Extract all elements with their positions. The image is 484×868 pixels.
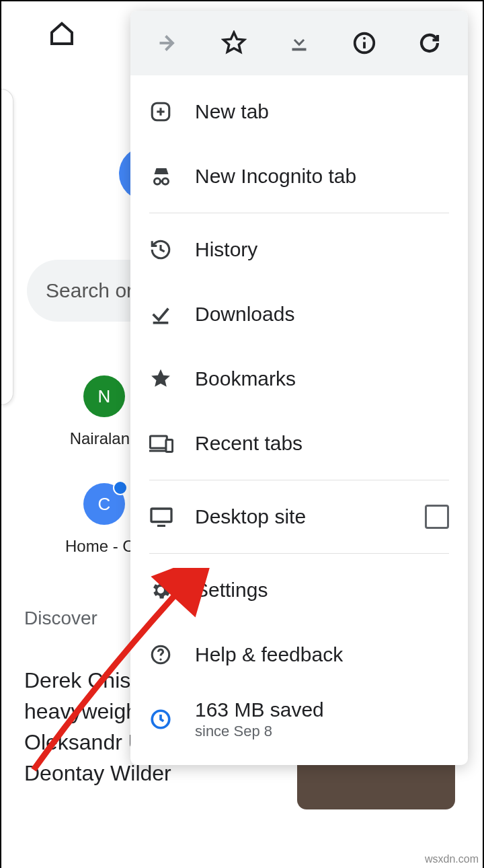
incognito-icon [149,164,195,188]
help-icon [149,643,195,666]
menu-item-data-saved[interactable]: 163 MB saved since Sep 8 [130,687,468,752]
svg-rect-13 [166,439,173,451]
menu-item-label: Recent tabs [195,432,449,455]
menu-item-desktop-site[interactable]: Desktop site [130,484,468,549]
menu-icon-row [130,11,468,75]
home-button[interactable] [1,20,122,47]
desktop-icon [149,507,195,527]
download-icon [287,31,311,55]
downloads-done-icon [149,303,195,326]
menu-item-label: History [195,238,449,261]
svg-point-17 [159,658,161,660]
menu-divider [149,480,449,480]
history-icon [149,238,195,261]
data-saved-text: 163 MB saved since Sep 8 [195,698,449,740]
menu-item-new-tab[interactable]: New tab [130,79,468,144]
plus-square-icon [149,100,195,123]
home-icon [48,20,75,47]
forward-button[interactable] [154,31,184,55]
svg-rect-0 [292,48,306,51]
desktop-site-checkbox[interactable] [425,505,449,529]
menu-item-label: Settings [195,579,449,602]
data-saved-secondary: since Sep 8 [195,723,449,740]
svg-point-7 [155,178,161,184]
discover-heading: Discover [24,608,97,629]
svg-point-8 [163,178,169,184]
page-edge-shadow [1,89,13,405]
menu-item-label: Help & feedback [195,643,449,666]
menu-item-bookmarks[interactable]: Bookmarks [130,347,468,411]
info-icon [352,30,377,56]
overflow-menu: New tab New Incognito tab History Downlo… [130,11,468,765]
svg-rect-14 [151,509,171,522]
gear-icon [149,579,195,602]
menu-divider [149,553,449,554]
page-info-button[interactable] [350,30,379,56]
data-saver-icon [149,708,195,731]
menu-item-label: Bookmarks [195,367,449,390]
star-outline-icon [221,30,247,56]
star-filled-icon [149,367,195,390]
menu-item-label: New tab [195,100,449,123]
menu-item-help[interactable]: Help & feedback [130,622,468,687]
svg-point-3 [363,37,366,40]
devices-icon [149,433,195,454]
menu-item-recent-tabs[interactable]: Recent tabs [130,411,468,476]
bookmark-button[interactable] [219,30,249,56]
reload-icon [417,31,442,55]
menu-divider [149,213,449,213]
menu-item-settings[interactable]: Settings [130,558,468,622]
reload-button[interactable] [415,31,444,55]
forward-icon [157,31,181,55]
sync-badge-icon [113,480,128,495]
watermark: wsxdn.com [425,853,479,865]
menu-item-label: Desktop site [195,505,425,528]
menu-item-downloads[interactable]: Downloads [130,282,468,347]
menu-item-history[interactable]: History [130,217,468,282]
data-saved-primary: 163 MB saved [195,698,449,721]
menu-item-incognito[interactable]: New Incognito tab [130,144,468,209]
search-placeholder: Search or [46,279,133,302]
menu-item-label: New Incognito tab [195,165,449,188]
svg-rect-11 [150,436,167,448]
shortcut-avatar: N [83,375,125,417]
shortcut-avatar: C [83,483,125,525]
menu-item-label: Downloads [195,303,449,326]
download-button[interactable] [284,31,314,55]
